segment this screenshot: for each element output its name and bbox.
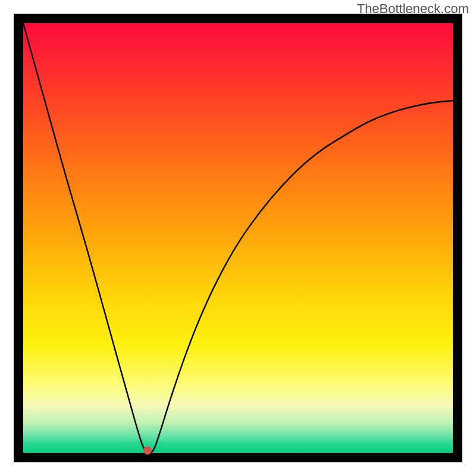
- plot-area: [23, 23, 453, 453]
- bottleneck-curve: [23, 23, 453, 453]
- chart-frame: [14, 14, 462, 462]
- min-marker-icon: [143, 446, 152, 455]
- watermark-text: TheBottleneck.com: [357, 1, 469, 17]
